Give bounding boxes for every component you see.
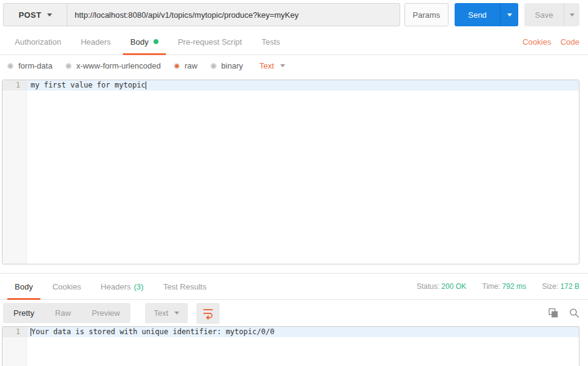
search-icon xyxy=(569,308,579,318)
view-pretty-button[interactable]: Pretty xyxy=(3,303,45,323)
postman-request-view: POST Params Send Save Authorization Head… xyxy=(0,0,588,366)
save-caret-icon xyxy=(570,13,575,17)
radio-urlencoded-icon xyxy=(65,63,72,69)
response-tabs: Body Cookies Headers (3) Test Results St… xyxy=(0,274,588,300)
request-editor-line1[interactable]: my first value for mytopic xyxy=(27,80,579,91)
request-editor-code[interactable]: my first value for mytopic xyxy=(27,80,579,264)
response-format-label: Text xyxy=(154,308,168,318)
method-label: POST xyxy=(19,10,42,20)
tab-pre-request-script[interactable]: Pre-request Script xyxy=(168,29,252,54)
url-input[interactable] xyxy=(67,4,400,26)
raw-format-select[interactable]: Text xyxy=(259,61,285,70)
radio-urlencoded-label: x-www-form-urlencoded xyxy=(76,61,161,70)
method-url-group: POST xyxy=(3,3,400,26)
save-button[interactable]: Save xyxy=(524,3,564,26)
radio-form-data-icon xyxy=(7,63,13,69)
response-body-text: Your data is stored with unique identifi… xyxy=(31,327,274,336)
send-options-button[interactable] xyxy=(500,3,518,26)
send-button-group: Send xyxy=(455,3,518,26)
radio-form-data[interactable]: form-data xyxy=(7,61,53,70)
radio-binary[interactable]: binary xyxy=(210,61,243,70)
wrap-text-button[interactable] xyxy=(196,303,220,324)
radio-binary-icon xyxy=(210,63,217,69)
params-button[interactable]: Params xyxy=(404,3,448,26)
search-response-button[interactable] xyxy=(569,308,579,318)
response-action-icons xyxy=(548,308,579,318)
time-badge: Time:792 ms xyxy=(482,282,526,291)
method-selector[interactable]: POST xyxy=(4,4,67,26)
radio-urlencoded[interactable]: x-www-form-urlencoded xyxy=(65,61,161,70)
tab-authorization[interactable]: Authorization xyxy=(5,29,71,54)
response-editor-gutter: 1 xyxy=(2,327,27,366)
response-format-caret-icon xyxy=(174,312,179,315)
body-content-dot-icon xyxy=(154,39,158,44)
response-format-select[interactable]: Text xyxy=(145,303,188,323)
request-tab-links: Cookies Code xyxy=(523,29,579,54)
save-options-button[interactable] xyxy=(564,3,579,26)
request-body-editor[interactable]: 1 my first value for mytopic xyxy=(2,80,579,264)
response-toolbar: Pretty Raw Preview Text xyxy=(0,300,588,326)
radio-form-data-label: form-data xyxy=(18,61,53,70)
raw-format-label: Text xyxy=(259,61,274,70)
response-tab-headers[interactable]: Headers (3) xyxy=(91,274,154,299)
response-tab-cookies[interactable]: Cookies xyxy=(43,274,91,299)
view-preview-button[interactable]: Preview xyxy=(81,303,130,323)
response-body-editor[interactable]: 1 Your data is stored with unique identi… xyxy=(2,326,579,366)
tab-body[interactable]: Body xyxy=(121,29,168,54)
response-section: Body Cookies Headers (3) Test Results St… xyxy=(0,273,588,366)
radio-raw-label: raw xyxy=(185,61,198,70)
copy-response-button[interactable] xyxy=(548,308,559,318)
request-url-bar: POST Params Send Save xyxy=(0,0,588,29)
body-type-bar: form-data x-www-form-urlencoded raw bina… xyxy=(0,55,588,77)
line-number: 1 xyxy=(2,327,26,337)
status-badge: Status:200 OK xyxy=(417,282,466,291)
headers-count-badge: (3) xyxy=(134,282,144,291)
request-editor-gutter: 1 xyxy=(2,80,27,264)
radio-raw[interactable]: raw xyxy=(174,61,198,70)
request-body-text: my first value for mytopic xyxy=(31,81,146,89)
text-cursor xyxy=(146,81,146,89)
code-link[interactable]: Code xyxy=(560,37,579,47)
response-tab-headers-label: Headers xyxy=(101,282,131,291)
response-tab-body[interactable]: Body xyxy=(5,274,43,299)
tab-tests[interactable]: Tests xyxy=(251,29,289,54)
save-button-group: Save xyxy=(524,3,579,26)
tab-body-label: Body xyxy=(130,37,149,47)
size-badge: Size:172 B xyxy=(542,282,579,291)
wrap-text-icon xyxy=(202,307,214,319)
copy-icon xyxy=(548,308,559,318)
response-view-switch: Pretty Raw Preview xyxy=(3,303,130,323)
response-meta: Status:200 OK Time:792 ms Size:172 B xyxy=(417,274,579,299)
tab-headers[interactable]: Headers xyxy=(71,29,121,54)
method-caret-icon xyxy=(47,13,52,17)
response-tab-test-results[interactable]: Test Results xyxy=(154,274,217,299)
send-caret-icon xyxy=(507,13,512,17)
line-number: 1 xyxy=(2,80,26,91)
view-raw-button[interactable]: Raw xyxy=(45,303,81,323)
response-editor-code[interactable]: Your data is stored with unique identifi… xyxy=(27,327,579,366)
radio-raw-icon xyxy=(174,63,180,69)
request-tabs: Authorization Headers Body Pre-request S… xyxy=(0,29,588,55)
cookies-link[interactable]: Cookies xyxy=(523,37,551,47)
send-button[interactable]: Send xyxy=(455,3,500,26)
radio-binary-label: binary xyxy=(221,61,243,70)
response-editor-line1[interactable]: Your data is stored with unique identifi… xyxy=(27,327,579,337)
format-caret-icon xyxy=(280,64,285,67)
